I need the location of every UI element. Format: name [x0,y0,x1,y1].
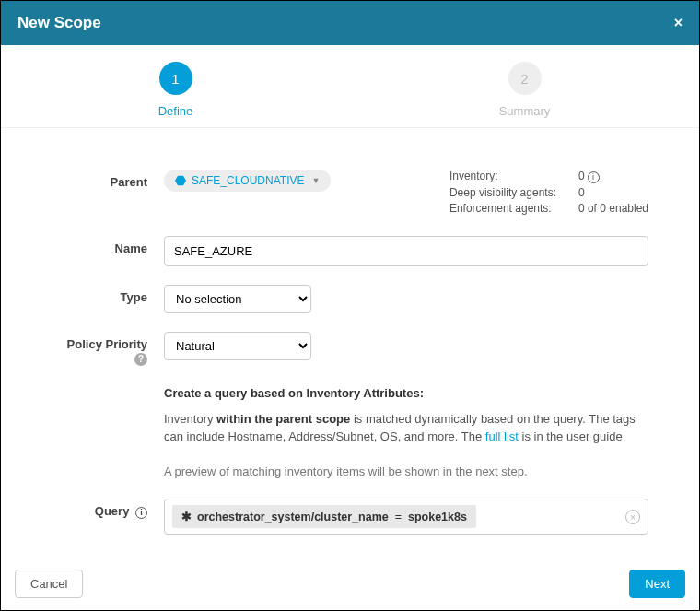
query-chip[interactable]: ✱ orchestrator_system/cluster_name = spo… [172,505,476,528]
step-circle-2: 2 [508,62,542,95]
parent-selector[interactable]: SAFE_CLOUDNATIVE ▼ [164,170,331,192]
modal-footer: Cancel Next [0,557,700,611]
policy-priority-select[interactable]: Natural [164,332,311,360]
stat-deep-value: 0 [578,186,585,199]
step-define[interactable]: 1 Define [1,62,350,118]
label-type: Type [52,285,164,304]
query-input[interactable]: ✱ orchestrator_system/cluster_name = spo… [164,499,648,535]
row-name: Name [52,236,648,266]
close-icon[interactable]: × [674,15,682,31]
step-circle-1: 1 [159,62,192,95]
clear-icon[interactable]: × [625,510,640,524]
query-op: = [395,511,402,523]
row-policy-priority: Policy Priority? Natural [52,332,648,366]
query-field: orchestrator_system/cluster_name [197,511,389,523]
name-input[interactable] [164,236,648,266]
stat-enforcement-value: 0 of 0 enabled [578,202,648,215]
full-list-link[interactable]: full list [485,429,519,443]
label-policy-priority: Policy Priority? [52,332,164,366]
stat-inventory-label: Inventory: [449,170,574,183]
hexagon-icon [175,175,186,186]
step-summary: 2 Summary [350,62,699,118]
form-body: Parent SAFE_CLOUDNATIVE ▼ Inventory: 0i … [1,128,699,571]
row-query-desc: Create a query based on Inventory Attrib… [52,384,648,480]
preview-note: A preview of matching inventory items wi… [164,463,648,481]
chevron-down-icon: ▼ [311,176,320,185]
row-parent: Parent SAFE_CLOUDNATIVE ▼ Inventory: 0i … [52,170,648,217]
help-icon[interactable]: ? [134,353,147,366]
desc-strong: within the parent scope [216,412,350,426]
row-query: Query i ✱ orchestrator_system/cluster_na… [52,499,648,535]
parent-value: SAFE_CLOUDNATIVE [192,174,304,187]
step-label-define: Define [1,104,350,118]
query-heading: Create a query based on Inventory Attrib… [164,386,424,400]
info-icon[interactable]: i [588,171,600,183]
label-query: Query i [52,499,164,519]
parent-stats: Inventory: 0i Deep visibility agents: 0 … [449,170,648,217]
row-type: Type No selection [52,285,648,313]
step-label-summary: Summary [350,104,699,118]
desc-pre: Inventory [164,412,216,426]
cancel-button[interactable]: Cancel [15,570,83,598]
stat-inventory-value: 0 [578,170,585,182]
asterisk-icon: ✱ [181,510,192,523]
query-value: spoke1k8s [408,511,467,523]
desc-end: is in the user guide. [519,429,625,443]
next-button[interactable]: Next [629,570,685,598]
label-name: Name [52,236,164,255]
stepper: 1 Define 2 Summary [1,45,699,128]
stat-enforcement-label: Enforcement agents: [449,202,574,215]
type-select[interactable]: No selection [164,285,311,313]
info-icon[interactable]: i [135,507,147,519]
label-parent: Parent [52,170,164,189]
modal-header: New Scope × [1,1,699,45]
modal-title: New Scope [18,14,101,32]
stat-deep-label: Deep visibility agents: [449,186,574,199]
